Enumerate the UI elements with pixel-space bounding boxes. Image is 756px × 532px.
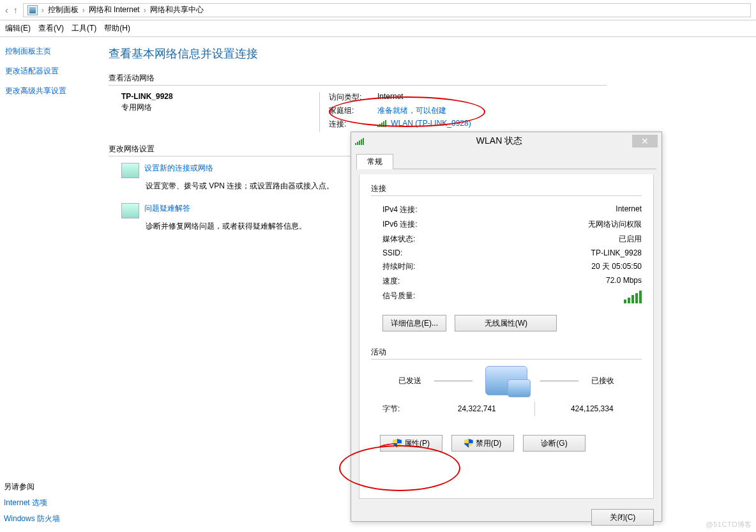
- signal-strength-icon: [355, 138, 364, 145]
- speed-value: 72.0 Mbps: [606, 276, 642, 287]
- menu-edit[interactable]: 编辑(E): [5, 23, 31, 34]
- back-arrow-icon[interactable]: ‹: [5, 5, 8, 15]
- dialog-title: WLAN 状态: [367, 135, 632, 147]
- properties-button[interactable]: 属性(P): [380, 435, 442, 452]
- activity-fieldset: 活动 已发送 已接收 字节: 24,322,741 424,125,334 属性…: [371, 347, 642, 452]
- close-button[interactable]: ✕: [632, 135, 658, 148]
- page-title: 查看基本网络信息并设置连接: [109, 46, 607, 61]
- see-also-title: 另请参阅: [4, 482, 93, 492]
- line-icon: [434, 381, 472, 381]
- connection-label: 连接:: [329, 119, 377, 130]
- duration-label: 持续时间:: [382, 261, 415, 272]
- troubleshoot-icon: [121, 203, 139, 218]
- disable-button-label: 禁用(D): [476, 438, 502, 449]
- ssid-value: TP-LINK_9928: [591, 248, 642, 257]
- homegroup-label: 家庭组:: [329, 105, 377, 116]
- up-arrow-icon[interactable]: ↑: [13, 5, 18, 15]
- diagnose-button[interactable]: 诊断(G): [523, 435, 586, 452]
- bytes-received-value: 424,125,334: [543, 404, 642, 413]
- network-type: 专用网络: [121, 102, 319, 113]
- media-state-value: 已启用: [619, 234, 642, 245]
- internet-options-link[interactable]: Internet 选项: [4, 498, 93, 508]
- signal-quality-icon: [624, 291, 642, 303]
- breadcrumb-item[interactable]: 控制面板: [48, 4, 79, 15]
- breadcrumb[interactable]: › 控制面板 › 网络和 Internet › 网络和共享中心: [23, 3, 751, 17]
- properties-button-label: 属性(P): [404, 438, 430, 449]
- active-networks-section: 查看活动网络 TP-LINK_9928 专用网络 访问类型: Internet …: [109, 73, 607, 132]
- speed-label: 速度:: [382, 276, 400, 287]
- address-bar: ‹ ↑ › 控制面板 › 网络和 Internet › 网络和共享中心: [0, 0, 756, 20]
- access-type-label: 访问类型:: [329, 92, 377, 103]
- wireless-properties-button[interactable]: 无线属性(W): [455, 315, 557, 331]
- duration-value: 20 天 05:05:50: [591, 261, 642, 272]
- tab-general[interactable]: 常规: [356, 154, 393, 169]
- see-also-section: 另请参阅 Internet 选项 Windows 防火墙: [4, 482, 93, 529]
- ipv6-label: IPv6 连接:: [382, 219, 418, 230]
- activity-graphic: 已发送 已接收: [371, 366, 642, 395]
- watermark: @51CTO博客: [706, 520, 752, 529]
- media-state-label: 媒体状态:: [382, 234, 415, 245]
- wlan-connection-link[interactable]: WLAN (TP-LINK_9928): [391, 119, 471, 128]
- sidebar: 控制面板主页 更改适配器设置 更改高级共享设置: [0, 37, 109, 243]
- breadcrumb-item[interactable]: 网络和共享中心: [150, 4, 204, 15]
- sidebar-link-adapter[interactable]: 更改适配器设置: [5, 66, 102, 77]
- shield-icon: [464, 439, 473, 448]
- signal-strength-icon: [377, 120, 386, 127]
- fieldset-title: 活动: [371, 347, 642, 360]
- firewall-link[interactable]: Windows 防火墙: [4, 513, 93, 524]
- breadcrumb-sep-icon: ›: [82, 6, 85, 15]
- details-button[interactable]: 详细信息(E)...: [382, 315, 446, 331]
- sent-label: 已发送: [398, 376, 421, 386]
- menu-bar: 编辑(E) 查看(V) 工具(T) 帮助(H): [0, 20, 756, 37]
- dialog-body: 连接 IPv4 连接:Internet IPv6 连接:无网络访问权限 媒体状态…: [359, 174, 654, 499]
- connection-fieldset: 连接 IPv4 连接:Internet IPv6 连接:无网络访问权限 媒体状态…: [371, 183, 642, 331]
- dialog-title-bar[interactable]: WLAN 状态 ✕: [351, 132, 662, 150]
- breadcrumb-sep-icon: ›: [42, 6, 44, 15]
- breadcrumb-item[interactable]: 网络和 Internet: [89, 4, 140, 15]
- setup-connection-icon: [121, 163, 139, 178]
- computers-icon: [485, 366, 527, 395]
- homegroup-link[interactable]: 准备就绪，可以创建: [377, 105, 446, 116]
- disable-button[interactable]: 禁用(D): [451, 435, 514, 452]
- sidebar-title[interactable]: 控制面板主页: [5, 46, 102, 57]
- ipv4-value: Internet: [616, 204, 642, 215]
- received-label: 已接收: [591, 376, 614, 386]
- section-title: 查看活动网络: [109, 73, 607, 86]
- ipv4-label: IPv4 连接:: [382, 204, 418, 215]
- wlan-status-dialog: WLAN 状态 ✕ 常规 连接 IPv4 连接:Internet IPv6 连接…: [351, 132, 662, 522]
- network-name: TP-LINK_9928: [121, 92, 319, 101]
- tab-strip: 常规: [356, 154, 656, 169]
- setup-connection-link[interactable]: 设置新的连接或网络: [144, 163, 213, 178]
- ipv6-value: 无网络访问权限: [588, 219, 642, 230]
- signal-quality-label: 信号质量:: [382, 291, 415, 305]
- line-icon: [540, 381, 578, 381]
- bytes-sent-value: 24,322,741: [427, 404, 527, 413]
- ssid-label: SSID:: [382, 248, 402, 257]
- close-dialog-button[interactable]: 关闭(C): [591, 509, 654, 526]
- menu-help[interactable]: 帮助(H): [104, 23, 130, 34]
- bytes-label: 字节:: [382, 404, 427, 414]
- divider-icon: [534, 402, 535, 416]
- menu-tools[interactable]: 工具(T): [72, 23, 96, 34]
- troubleshoot-link[interactable]: 问题疑难解答: [144, 203, 190, 218]
- access-type-value: Internet: [377, 92, 404, 103]
- shield-icon: [393, 439, 402, 448]
- menu-view[interactable]: 查看(V): [38, 23, 64, 34]
- signal-quality-value: [624, 291, 642, 305]
- sidebar-link-sharing[interactable]: 更改高级共享设置: [5, 86, 102, 96]
- control-panel-icon: [27, 5, 38, 15]
- fieldset-title: 连接: [371, 183, 642, 196]
- breadcrumb-sep-icon: ›: [144, 6, 146, 15]
